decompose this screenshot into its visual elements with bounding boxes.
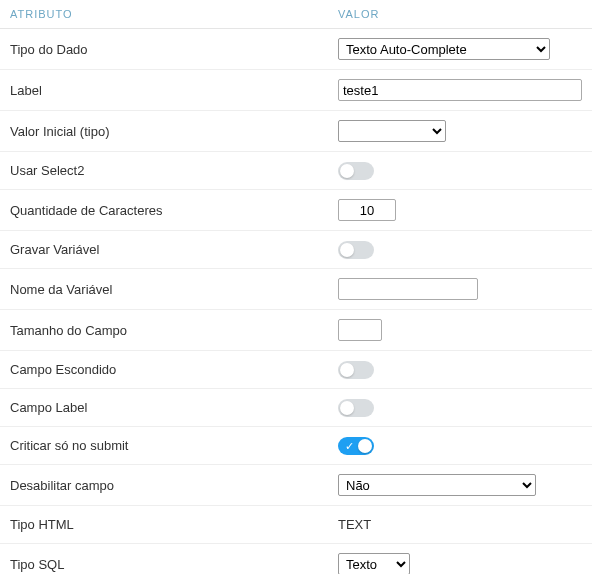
gravar-variavel-toggle[interactable]: [338, 241, 374, 259]
qtd-caracteres-input[interactable]: [338, 199, 396, 221]
attr-criticar-submit: Criticar só no submit: [0, 427, 328, 465]
criticar-submit-toggle[interactable]: ✓: [338, 437, 374, 455]
attr-qtd-caracteres: Quantidade de Caracteres: [0, 190, 328, 231]
nome-variavel-input[interactable]: [338, 278, 478, 300]
attr-tipo-dado: Tipo do Dado: [0, 29, 328, 70]
label-input[interactable]: [338, 79, 582, 101]
attr-valor-inicial: Valor Inicial (tipo): [0, 111, 328, 152]
table-row: Label: [0, 70, 592, 111]
header-valor: VALOR: [328, 0, 592, 29]
attr-tipo-sql: Tipo SQL: [0, 544, 328, 575]
table-row: Gravar Variável: [0, 231, 592, 269]
table-row: Tamanho do Campo: [0, 310, 592, 351]
attr-label: Label: [0, 70, 328, 111]
attr-campo-label: Campo Label: [0, 389, 328, 427]
usar-select2-toggle[interactable]: [338, 162, 374, 180]
attr-gravar-variavel: Gravar Variável: [0, 231, 328, 269]
attr-tamanho-campo: Tamanho do Campo: [0, 310, 328, 351]
check-icon: ✓: [345, 438, 354, 454]
table-row: Campo Label: [0, 389, 592, 427]
desabilitar-select[interactable]: Não: [338, 474, 536, 496]
table-row: Quantidade de Caracteres: [0, 190, 592, 231]
table-row: Valor Inicial (tipo): [0, 111, 592, 152]
table-row: Desabilitar campo Não: [0, 465, 592, 506]
table-row: Criticar só no submit ✓: [0, 427, 592, 465]
tamanho-campo-input[interactable]: [338, 319, 382, 341]
table-row: Tipo HTML TEXT: [0, 506, 592, 544]
table-row: Campo Escondido: [0, 351, 592, 389]
table-row: Tipo do Dado Texto Auto-Complete: [0, 29, 592, 70]
table-row: Usar Select2: [0, 152, 592, 190]
campo-escondido-toggle[interactable]: [338, 361, 374, 379]
attr-usar-select2: Usar Select2: [0, 152, 328, 190]
attributes-table: ATRIBUTO VALOR Tipo do Dado Texto Auto-C…: [0, 0, 592, 574]
tipo-dado-select[interactable]: Texto Auto-Complete: [338, 38, 550, 60]
attr-campo-escondido: Campo Escondido: [0, 351, 328, 389]
campo-label-toggle[interactable]: [338, 399, 374, 417]
header-atributo: ATRIBUTO: [0, 0, 328, 29]
table-row: Nome da Variável: [0, 269, 592, 310]
valor-inicial-select[interactable]: [338, 120, 446, 142]
attr-desabilitar: Desabilitar campo: [0, 465, 328, 506]
attr-nome-variavel: Nome da Variável: [0, 269, 328, 310]
table-row: Tipo SQL Texto: [0, 544, 592, 575]
attr-tipo-html: Tipo HTML: [0, 506, 328, 544]
tipo-html-value: TEXT: [338, 517, 371, 532]
tipo-sql-select[interactable]: Texto: [338, 553, 410, 574]
